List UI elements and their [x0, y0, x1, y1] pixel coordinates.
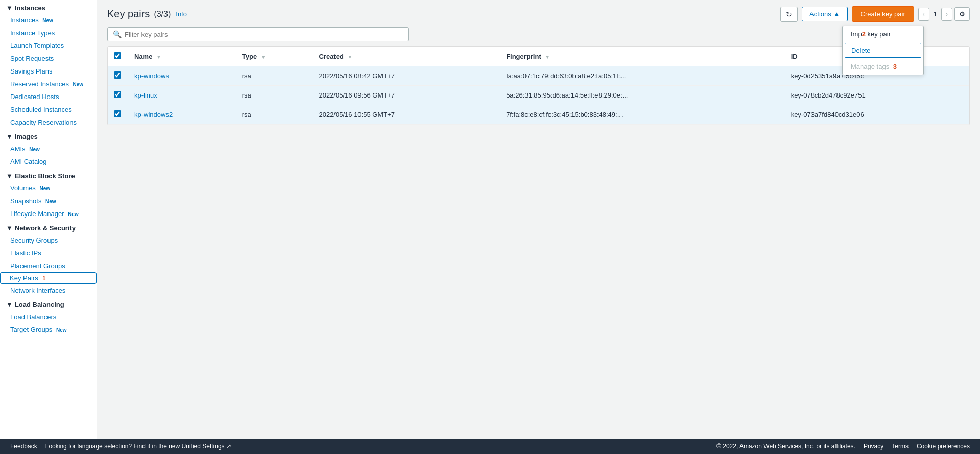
key-pair-name-2[interactable]: kp-windows2	[134, 111, 173, 118]
main-content: Key pairs (3/3) Info ↻ Actions ▲ Create …	[97, 0, 980, 439]
sidebar-item-dedicated-hosts[interactable]: Dedicated Hosts	[0, 90, 97, 103]
arrow-icon: ▼	[6, 172, 13, 180]
sidebar-item-elastic-ips[interactable]: Elastic IPs	[0, 247, 97, 259]
next-page-button[interactable]: ›	[941, 8, 952, 21]
settings-button[interactable]: ⚙	[954, 7, 970, 21]
sidebar: ▼ Instances Instances New Instance Types…	[0, 0, 97, 439]
pagination: ‹ 1 › ⚙	[918, 7, 970, 21]
col-header-fingerprint: Fingerprint ▼	[500, 47, 785, 66]
terms-link[interactable]: Terms	[892, 443, 909, 450]
sidebar-item-scheduled-instances[interactable]: Scheduled Instances	[0, 103, 97, 116]
create-key-pair-button[interactable]: Create key pair	[852, 6, 914, 22]
key-pair-type-2: rsa	[236, 105, 313, 125]
header-actions: ↻ Actions ▲ Create key pair Imp2 key pai…	[780, 6, 970, 22]
table-container: Name ▼ Type ▼ Created ▼	[107, 46, 970, 125]
key-pair-type-1: rsa	[236, 86, 313, 105]
key-pair-created-2: 2022/05/16 10:55 GMT+7	[313, 105, 500, 125]
sidebar-section-instances[interactable]: ▼ Instances	[0, 0, 97, 14]
privacy-link[interactable]: Privacy	[864, 443, 883, 450]
sidebar-section-images[interactable]: ▼ Images	[0, 129, 97, 142]
sidebar-item-key-pairs[interactable]: Key Pairs 1	[0, 272, 97, 284]
dropdown-item-delete[interactable]: Delete	[845, 43, 921, 58]
sidebar-item-amis[interactable]: AMIs New	[0, 142, 97, 155]
row-checkbox-1[interactable]	[114, 91, 121, 98]
sidebar-section-network[interactable]: ▼ Network & Security	[0, 220, 97, 234]
search-icon: 🔍	[113, 30, 122, 38]
table-row: kp-linux rsa 2022/05/16 09:56 GMT+7 5a:2…	[108, 86, 969, 105]
table-row: kp-windows2 rsa 2022/05/16 10:55 GMT+7 7…	[108, 105, 969, 125]
col-header-type: Type ▼	[236, 47, 313, 66]
page-number: 1	[931, 10, 939, 18]
external-link-icon: ↗	[226, 443, 231, 450]
row-checkbox-0[interactable]	[114, 71, 121, 79]
key-pair-id-1: key-078cb2d478c92e751	[785, 86, 969, 105]
sidebar-item-lifecycle-manager[interactable]: Lifecycle Manager New	[0, 207, 97, 220]
sidebar-item-instances[interactable]: Instances New	[0, 14, 97, 27]
col-header-created: Created ▼	[313, 47, 500, 66]
sidebar-item-security-groups[interactable]: Security Groups	[0, 234, 97, 247]
unified-settings-link[interactable]: Unified Settings ↗	[182, 443, 231, 450]
sidebar-item-reserved-instances[interactable]: Reserved Instances New	[0, 78, 97, 90]
table-area: 🔍 Name ▼	[97, 27, 980, 439]
dropdown-item-import[interactable]: Imp2 key pair	[843, 26, 923, 42]
footer: Feedback Looking for language selection?…	[0, 439, 980, 454]
key-pair-name-1[interactable]: kp-linux	[134, 91, 157, 99]
cookie-link[interactable]: Cookie preferences	[917, 443, 970, 450]
refresh-button[interactable]: ↻	[780, 7, 798, 22]
key-pair-id-2: key-073a7fd840cd31e06	[785, 105, 969, 125]
col-header-name: Name ▼	[128, 47, 236, 66]
sort-icon-name[interactable]: ▼	[156, 54, 161, 60]
key-pair-type-0: rsa	[236, 66, 313, 86]
prev-page-button[interactable]: ‹	[918, 8, 929, 21]
sidebar-item-volumes[interactable]: Volumes New	[0, 182, 97, 195]
key-pair-created-0: 2022/05/16 08:42 GMT+7	[313, 66, 500, 86]
footer-left: Feedback Looking for language selection?…	[10, 443, 231, 450]
sidebar-item-spot-requests[interactable]: Spot Requests	[0, 52, 97, 65]
key-pair-fingerprint-1: 5a:26:31:85:95:d6:aa:14:5e:ff:e8:29:0e:.…	[500, 86, 785, 105]
arrow-icon: ▼	[6, 4, 13, 12]
sidebar-item-instance-types[interactable]: Instance Types	[0, 27, 97, 39]
sidebar-item-savings-plans[interactable]: Savings Plans	[0, 65, 97, 78]
sidebar-item-capacity-reservations[interactable]: Capacity Reservations	[0, 116, 97, 129]
sidebar-item-snapshots[interactable]: Snapshots New	[0, 195, 97, 207]
sort-icon-created[interactable]: ▼	[348, 54, 353, 60]
table-row: kp-windows rsa 2022/05/16 08:42 GMT+7 fa…	[108, 66, 969, 86]
page-title: Key pairs (3/3)	[107, 8, 171, 20]
chevron-up-icon: ▲	[833, 10, 840, 18]
sort-icon-type[interactable]: ▼	[261, 54, 266, 60]
search-bar: 🔍	[107, 27, 970, 41]
sidebar-item-load-balancers[interactable]: Load Balancers	[0, 310, 97, 323]
arrow-icon: ▼	[6, 224, 13, 232]
select-all-checkbox[interactable]	[114, 52, 121, 59]
sidebar-item-network-interfaces[interactable]: Network Interfaces	[0, 284, 97, 297]
sidebar-item-ami-catalog[interactable]: AMI Catalog	[0, 155, 97, 168]
dropdown-item-manage-tags[interactable]: Manage tags 3	[843, 59, 923, 75]
key-pair-fingerprint-0: fa:aa:07:1c:79:dd:63:0b:a8:e2:fa:05:1f:.…	[500, 66, 785, 86]
key-pair-name-0[interactable]: kp-windows	[134, 72, 169, 80]
actions-button[interactable]: Actions ▲	[802, 7, 848, 21]
arrow-icon: ▼	[6, 133, 13, 140]
main-header: Key pairs (3/3) Info ↻ Actions ▲ Create …	[97, 0, 980, 27]
key-pair-created-1: 2022/05/16 09:56 GMT+7	[313, 86, 500, 105]
row-checkbox-2[interactable]	[114, 110, 121, 117]
key-pair-fingerprint-2: 7f:fa:8c:e8:cf:fc:3c:45:15:b0:83:48:49:.…	[500, 105, 785, 125]
sidebar-item-target-groups[interactable]: Target Groups New	[0, 323, 97, 336]
arrow-icon: ▼	[6, 301, 13, 308]
feedback-link[interactable]: Feedback	[10, 443, 37, 450]
info-link[interactable]: Info	[176, 10, 187, 18]
search-input-wrap: 🔍	[107, 27, 409, 41]
search-input[interactable]	[125, 31, 403, 38]
key-pairs-table: Name ▼ Type ▼ Created ▼	[108, 47, 969, 125]
sidebar-item-placement-groups[interactable]: Placement Groups	[0, 259, 97, 272]
actions-dropdown: Imp2 key pair Delete Manage tags 3	[842, 26, 924, 75]
sidebar-section-ebs[interactable]: ▼ Elastic Block Store	[0, 168, 97, 182]
sidebar-item-launch-templates[interactable]: Launch Templates	[0, 39, 97, 52]
footer-right: © 2022, Amazon Web Services, Inc. or its…	[716, 443, 970, 450]
sort-icon-fingerprint[interactable]: ▼	[545, 54, 550, 60]
sidebar-section-load-balancing[interactable]: ▼ Load Balancing	[0, 297, 97, 310]
